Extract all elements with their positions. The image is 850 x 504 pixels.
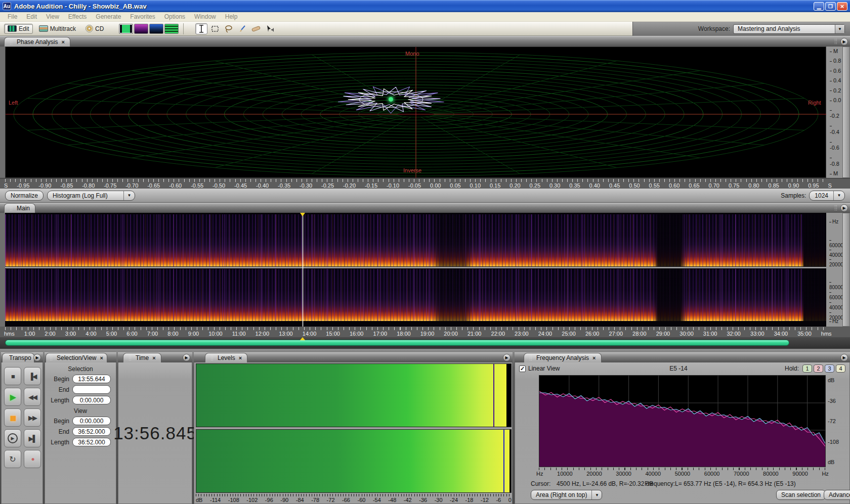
view-length-field[interactable] <box>72 438 111 446</box>
menu-item[interactable]: Help <box>221 13 242 21</box>
chevron-down-icon[interactable] <box>833 191 844 200</box>
selection-length-field[interactable] <box>72 396 111 404</box>
spectrogram-display[interactable] <box>5 213 826 327</box>
spot-healing-brush-tool-button[interactable] <box>250 23 262 34</box>
panel-menu-button[interactable] <box>840 354 848 361</box>
m-tick-label: -0.4 <box>830 123 842 135</box>
panel-menu-button[interactable] <box>503 354 511 361</box>
display-mode-select[interactable]: Histogram (Log Full) <box>47 191 135 201</box>
menu-item[interactable]: Generate <box>91 13 125 21</box>
spectral-pan-display-button[interactable] <box>149 24 163 34</box>
maximize-button[interactable] <box>825 2 836 11</box>
waveform-display-button[interactable] <box>119 24 133 34</box>
selection-begin-field[interactable] <box>72 375 111 383</box>
db-axis-label: dB <box>828 377 839 383</box>
tab-levels[interactable]: Levels <box>205 353 247 362</box>
view-begin-field[interactable] <box>72 417 111 425</box>
pause-button[interactable]: ▮▮ <box>4 408 21 427</box>
chevron-down-icon[interactable] <box>123 191 135 200</box>
phase-x-tick-label: -0.70 <box>125 182 138 189</box>
panel-menu-button[interactable] <box>840 204 848 212</box>
view-end-field[interactable] <box>72 427 111 436</box>
menu-item[interactable]: Options <box>160 13 190 21</box>
fast-forward-button[interactable]: ▶▶ <box>24 408 41 427</box>
bandaid-icon <box>251 25 261 32</box>
chevron-down-icon[interactable] <box>835 25 844 33</box>
channel-divider[interactable] <box>5 267 826 268</box>
phase-x-ruler[interactable]: S-0.95-0.90-0.85-0.80-0.75-0.70-0.65-0.6… <box>0 178 850 189</box>
menu-item[interactable]: Edit <box>22 13 41 21</box>
spectral-phase-display-button[interactable] <box>164 24 179 34</box>
tab-main[interactable]: Main <box>4 203 35 213</box>
go-to-end-button[interactable]: ▶▌ <box>24 429 41 447</box>
stop-button[interactable]: ■ <box>4 367 21 385</box>
cd-view-button[interactable]: CD <box>82 23 107 34</box>
marquee-selection-tool-button[interactable] <box>209 23 221 34</box>
hold-button-3[interactable]: 3 <box>825 364 834 373</box>
loop-button[interactable]: ↻ <box>4 450 21 468</box>
menu-item[interactable]: Favorites <box>125 13 159 21</box>
record-button[interactable]: ● <box>24 450 41 468</box>
play-from-cursor-button[interactable]: ▶ <box>4 429 21 447</box>
scan-selection-button[interactable]: Scan selection <box>776 490 826 500</box>
close-tab-icon[interactable] <box>61 39 64 45</box>
main-right-gutter[interactable] <box>842 213 850 327</box>
panel-menu-button[interactable] <box>840 38 848 45</box>
menu-item[interactable]: Effects <box>64 13 91 21</box>
frequency-spectrum-plot[interactable] <box>539 375 826 467</box>
close-tab-icon[interactable] <box>239 355 242 361</box>
menu-item[interactable]: File <box>3 13 22 21</box>
multitrack-view-button[interactable]: Multitrack <box>35 24 79 34</box>
phase-right-gutter[interactable] <box>842 47 850 178</box>
advanced-button[interactable]: Advanced <box>824 490 850 500</box>
main-time-ruler[interactable]: hms1:002:003:004:005:006:007:008:009:001… <box>0 327 850 337</box>
play-button[interactable]: ▶ <box>4 388 21 406</box>
level-meter-right[interactable] <box>196 429 512 493</box>
spectral-frequency-display-button[interactable] <box>134 24 148 34</box>
close-button[interactable] <box>837 2 847 11</box>
panel-menu-button[interactable] <box>33 354 41 361</box>
go-to-beginning-button[interactable]: ▐◀ <box>24 367 41 385</box>
hold-button-1[interactable]: 1 <box>802 364 812 373</box>
horizontal-scroll-row <box>0 337 850 349</box>
playhead-line[interactable] <box>303 213 303 327</box>
hold-button-4[interactable]: 4 <box>836 364 845 373</box>
minimize-button[interactable] <box>814 2 824 11</box>
levels-db-ruler[interactable]: dB-114-108-102-96-90-84-78-72-66-60-54-4… <box>196 494 512 503</box>
rewind-button[interactable]: ◀◀ <box>24 388 41 406</box>
phase-scope-display[interactable]: Mono Left Right Inverse <box>5 47 826 178</box>
tab-time-label: Time <box>136 354 149 361</box>
horizontal-scrollbar[interactable] <box>5 340 789 346</box>
samples-select[interactable]: 1024 <box>809 191 845 201</box>
chevron-down-icon[interactable] <box>591 490 602 499</box>
hold-button-2[interactable]: 2 <box>814 364 823 373</box>
normalize-button[interactable]: Normalize <box>5 191 44 201</box>
phase-x-tick-label: -0.85 <box>60 182 73 189</box>
tab-phase-analysis[interactable]: Phase Analysis <box>4 37 70 47</box>
tab-selection-view[interactable]: Selection/View <box>46 353 107 362</box>
level-meter-left[interactable] <box>196 363 512 427</box>
scrub-tool-button[interactable] <box>264 23 276 34</box>
menu-item[interactable]: View <box>41 13 64 21</box>
tab-time[interactable]: Time <box>123 353 161 362</box>
selection-end-field[interactable] <box>72 385 111 394</box>
lasso-selection-tool-button[interactable] <box>223 23 235 34</box>
spectrogram-left-channel[interactable] <box>5 214 826 266</box>
close-tab-icon[interactable] <box>152 355 155 361</box>
edit-view-button[interactable]: Edit <box>4 24 33 34</box>
area-select[interactable]: Area (Right on top) <box>531 490 602 500</box>
menu-item[interactable]: Window <box>190 13 221 21</box>
close-tab-icon[interactable] <box>100 355 103 361</box>
hz-axis-label: 10000 <box>557 471 573 477</box>
time-selection-tool-button[interactable] <box>195 23 207 34</box>
playhead-marker-bottom[interactable] <box>300 337 305 340</box>
close-tab-icon[interactable] <box>592 355 596 361</box>
tab-frequency-analysis[interactable]: Frequency Analysis <box>524 353 602 362</box>
playhead-marker-top[interactable] <box>300 213 305 216</box>
workspace-select[interactable]: Mastering and Analysis <box>733 24 845 34</box>
panel-menu-button[interactable] <box>183 354 190 361</box>
tab-transport[interactable]: Transpo <box>2 353 34 362</box>
spectrogram-right-channel[interactable] <box>5 269 826 321</box>
effects-paintbrush-tool-button[interactable] <box>236 23 248 34</box>
linear-view-checkbox[interactable] <box>519 365 526 372</box>
